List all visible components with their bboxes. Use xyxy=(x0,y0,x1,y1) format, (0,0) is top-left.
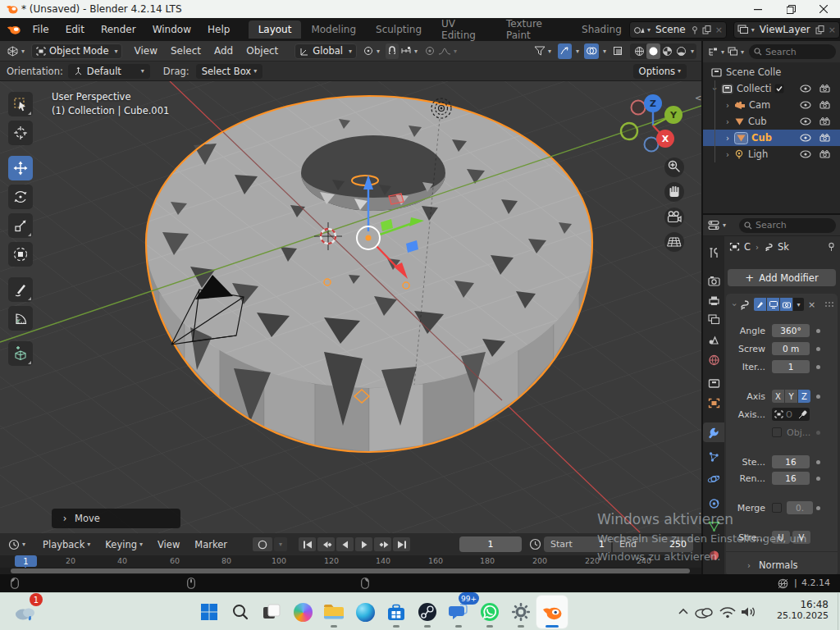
copy-scene-icon[interactable] xyxy=(702,25,712,34)
add-modifier-button[interactable]: + Add Modifier xyxy=(728,269,836,286)
next-keyframe-button[interactable] xyxy=(374,537,391,551)
timeline-menu-marker[interactable]: Marker xyxy=(187,533,235,555)
jump-to-start-button[interactable] xyxy=(299,537,316,551)
outliner-row-camera[interactable]: › Cam xyxy=(703,97,840,113)
viewport-canvas[interactable]: Z Y X < xyxy=(0,81,701,533)
chat-teams-button[interactable]: 99+ xyxy=(443,596,474,628)
outliner-row-collection[interactable]: › Collecti xyxy=(703,80,840,97)
drag-dropdown[interactable]: Select Box▾ xyxy=(196,64,263,79)
disable-render-icon[interactable] xyxy=(819,101,830,109)
viewport-menu-object[interactable]: Object xyxy=(240,41,285,62)
transform-orientation-dropdown[interactable]: Global▾ xyxy=(294,43,357,59)
viewport-3d[interactable]: Z Y X < User Perspective (1) Collection … xyxy=(0,81,701,533)
tool-scale[interactable] xyxy=(8,213,33,238)
stretch-v-button[interactable]: V xyxy=(792,531,810,544)
merge-checkbox[interactable] xyxy=(772,503,782,513)
tab-physics[interactable] xyxy=(703,469,724,489)
animate-dot[interactable] xyxy=(816,506,820,510)
expand-icon[interactable]: › xyxy=(723,117,733,126)
collection-checkbox[interactable] xyxy=(774,84,784,94)
timeline-menu-view[interactable]: View xyxy=(150,533,187,555)
tab-tool[interactable] xyxy=(703,243,724,262)
animate-dot[interactable] xyxy=(816,460,820,464)
editor-type-button[interactable]: ▾ xyxy=(5,43,26,59)
proportional-editing-toggle[interactable] xyxy=(423,43,436,59)
menu-edit[interactable]: Edit xyxy=(57,18,93,41)
overlays-dropdown[interactable]: ▾ xyxy=(599,43,608,59)
proportional-falloff-dropdown[interactable]: ▾ xyxy=(436,43,459,59)
end-frame-field[interactable]: End 250 xyxy=(613,536,693,552)
tool-annotate[interactable] xyxy=(8,277,33,302)
steam-button[interactable] xyxy=(412,596,443,628)
tab-constraints[interactable] xyxy=(703,494,724,514)
expand-icon[interactable]: › xyxy=(723,134,733,143)
outliner-row-cube[interactable]: › Cub xyxy=(703,113,840,130)
play-reverse-button[interactable] xyxy=(336,537,354,551)
unlink-scene-icon[interactable]: × xyxy=(715,25,723,35)
outliner-row-cube-001-active[interactable]: › Cub xyxy=(703,130,840,146)
properties-editor-type-button[interactable]: ▾ xyxy=(706,217,728,233)
axis-object-picker[interactable]: O xyxy=(772,408,810,421)
tab-render[interactable] xyxy=(703,271,724,290)
breadcrumb-modifier[interactable]: Sk xyxy=(778,241,789,253)
tab-view-layer[interactable] xyxy=(703,309,724,329)
settings-button[interactable] xyxy=(505,596,536,628)
iterations-field[interactable]: 1 xyxy=(772,360,810,373)
playhead[interactable]: 1 xyxy=(15,555,37,567)
workspace-tab-texture-paint[interactable]: Texture Paint xyxy=(496,21,572,39)
nav-axis-minus-x[interactable] xyxy=(632,101,646,115)
scene-selector[interactable]: ▾ Scene × xyxy=(629,21,727,39)
gizmo-plane-xz[interactable] xyxy=(389,194,404,204)
volume-icon[interactable] xyxy=(738,605,760,619)
tab-particles[interactable] xyxy=(703,447,724,467)
animate-dot[interactable] xyxy=(816,329,820,333)
copilot-button[interactable] xyxy=(287,596,318,628)
axis-z-button[interactable]: Z xyxy=(798,390,810,403)
snap-target-dropdown[interactable]: ▾ xyxy=(399,43,419,59)
tool-measure[interactable] xyxy=(8,306,33,331)
viewport-menu-view[interactable]: View xyxy=(127,41,163,62)
axis-x-button[interactable]: X xyxy=(772,390,784,403)
animate-dot[interactable] xyxy=(816,347,820,351)
edge-button[interactable] xyxy=(349,596,381,628)
weather-widget[interactable]: 1 xyxy=(10,596,41,628)
orientation-dropdown[interactable]: Default ▾ xyxy=(68,64,150,79)
start-button[interactable] xyxy=(194,596,225,628)
xray-toggle[interactable] xyxy=(611,43,625,59)
prev-keyframe-button[interactable] xyxy=(317,537,335,551)
tab-collection[interactable] xyxy=(703,373,724,393)
microsoft-store-button[interactable] xyxy=(381,596,412,628)
blender-taskbar-button-active[interactable] xyxy=(536,596,568,628)
hide-eye-icon[interactable] xyxy=(800,134,811,142)
outliner-display-mode-button[interactable]: ▾ xyxy=(706,44,726,60)
start-frame-field[interactable]: Start 1 xyxy=(544,536,611,552)
shading-solid-button[interactable] xyxy=(646,43,660,59)
pin-icon[interactable] xyxy=(827,242,836,252)
restore-button[interactable] xyxy=(774,0,807,18)
menu-render[interactable]: Render xyxy=(93,18,144,41)
auto-key-button[interactable] xyxy=(253,537,272,551)
steps-field[interactable]: 16 xyxy=(772,455,810,468)
perspective-toggle-button[interactable] xyxy=(664,232,684,252)
disable-render-icon[interactable] xyxy=(819,117,830,126)
workspace-tab-shading[interactable]: Shading xyxy=(572,21,623,39)
jump-to-end-button[interactable] xyxy=(393,537,410,551)
outliner-row-light[interactable]: › Ligh xyxy=(703,146,840,162)
animate-dot[interactable] xyxy=(816,477,820,481)
tab-object[interactable] xyxy=(703,393,724,413)
timeline-editor-type-button[interactable]: ▾ xyxy=(7,536,27,552)
workspace-tab-uv-editing[interactable]: UV Editing xyxy=(431,21,496,39)
menu-help[interactable]: Help xyxy=(199,18,238,41)
zoom-button[interactable] xyxy=(664,158,684,177)
tab-scene[interactable] xyxy=(703,330,724,349)
file-explorer-button[interactable] xyxy=(318,596,349,628)
tool-select-box[interactable] xyxy=(8,92,33,116)
hide-eye-icon[interactable] xyxy=(800,84,811,93)
workspace-tab-layout[interactable]: Layout xyxy=(249,21,302,39)
outliner-search-input[interactable] xyxy=(765,47,823,57)
auto-key-dropdown[interactable]: ▾ xyxy=(274,537,287,551)
eyedropper-icon[interactable] xyxy=(798,410,807,419)
tool-transform[interactable] xyxy=(8,242,33,267)
angle-field[interactable]: 360° xyxy=(772,324,810,337)
tool-add-cube[interactable] xyxy=(8,341,33,366)
